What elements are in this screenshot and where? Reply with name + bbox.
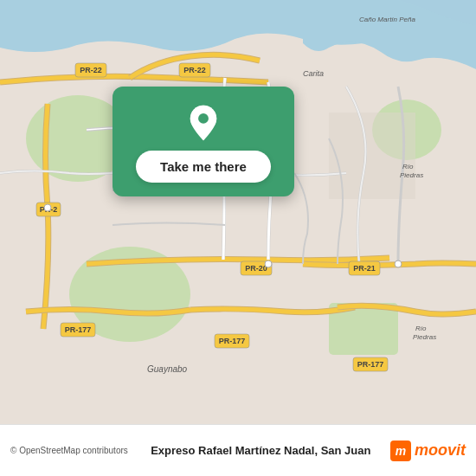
svg-text:Caño Martín Peña: Caño Martín Peña bbox=[359, 16, 415, 23]
map-container: PR-22 PR-22 PR-2 PR-20 PR-21 PR-177 PR-1… bbox=[0, 0, 476, 424]
osm-attribution: © OpenStreetMap contributors bbox=[10, 446, 132, 455]
svg-text:m: m bbox=[396, 444, 406, 458]
svg-text:Río: Río bbox=[415, 325, 427, 332]
svg-point-31 bbox=[44, 204, 51, 211]
svg-text:PR-177: PR-177 bbox=[357, 360, 384, 369]
svg-text:Carita: Carita bbox=[303, 69, 324, 78]
svg-text:Guaynabo: Guaynabo bbox=[147, 364, 188, 374]
bottom-bar: © OpenStreetMap contributors Expreso Raf… bbox=[0, 424, 476, 476]
svg-text:PR-21: PR-21 bbox=[353, 264, 376, 273]
svg-text:Río: Río bbox=[402, 163, 414, 170]
moovit-icon: m bbox=[390, 441, 411, 461]
svg-point-30 bbox=[395, 261, 402, 267]
svg-text:PR-22: PR-22 bbox=[80, 66, 102, 74]
take-me-there-button[interactable]: Take me there bbox=[136, 151, 271, 183]
svg-text:PR-177: PR-177 bbox=[219, 337, 246, 345]
svg-rect-0 bbox=[0, 0, 476, 424]
svg-text:PR-20: PR-20 bbox=[245, 264, 267, 273]
svg-text:Piedras: Piedras bbox=[400, 171, 423, 179]
popup-card: Take me there bbox=[113, 87, 294, 196]
svg-text:PR-22: PR-22 bbox=[183, 66, 206, 74]
svg-point-29 bbox=[265, 261, 272, 267]
svg-point-33 bbox=[198, 113, 209, 124]
moovit-logo: m moovit bbox=[390, 441, 466, 461]
svg-text:PR-177: PR-177 bbox=[65, 325, 92, 334]
place-name: Expreso Rafael Martínez Nadal, San Juan bbox=[140, 444, 382, 457]
moovit-brand-text: moovit bbox=[415, 441, 466, 460]
map-svg: PR-22 PR-22 PR-2 PR-20 PR-21 PR-177 PR-1… bbox=[0, 0, 476, 424]
location-pin-icon bbox=[184, 104, 222, 142]
svg-text:Piedras: Piedras bbox=[413, 333, 436, 341]
